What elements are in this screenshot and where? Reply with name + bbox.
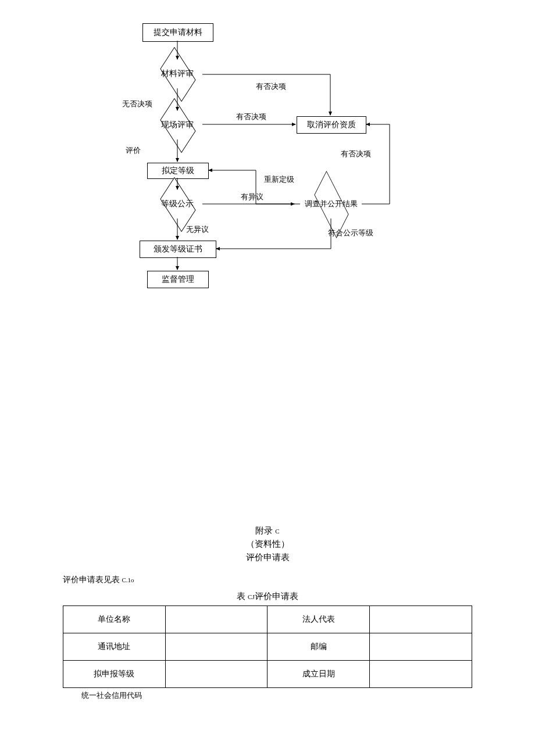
cell-postcode-label: 邮编 — [268, 633, 370, 661]
cell-legal-rep-value — [370, 606, 472, 633]
cell-postcode-value — [370, 633, 472, 661]
appendix-title-1: 附录 C — [0, 525, 535, 536]
node-cancel-qualification: 取消评价资质 — [297, 116, 366, 134]
node-submit-materials: 提交申请材料 — [142, 23, 213, 42]
cell-apply-grade-label: 拟申报等级 — [63, 661, 166, 688]
cell-address-label: 通讯地址 — [63, 633, 166, 661]
flow-arrows — [0, 0, 535, 302]
body-reference-text: 评价申请表见表 C.1o — [63, 575, 535, 585]
edge-has-veto-1: 有否决项 — [256, 81, 286, 92]
cell-unit-name-label: 单位名称 — [63, 606, 166, 633]
appendix-title-2: （资料性） — [0, 539, 535, 550]
edge-has-veto-3: 有否决项 — [341, 149, 371, 159]
table-title: 表 CJ评价申请表 — [0, 591, 535, 602]
cell-found-date-label: 成立日期 — [268, 661, 370, 688]
node-investigate-publish-label: 调查并公开结果 — [290, 195, 372, 213]
flowchart-container: 提交申请材料 材料评审 现场评审 拟定等级 等级公示 颁发等级证书 监督管理 取… — [0, 0, 535, 302]
node-onsite-review-label: 现场评审 — [148, 116, 206, 134]
edge-objection: 有异议 — [241, 192, 263, 202]
node-issue-certificate: 颁发等级证书 — [140, 241, 216, 258]
edge-has-veto-2: 有否决项 — [236, 112, 266, 122]
edge-evaluate: 评价 — [126, 145, 141, 156]
edge-regrade: 重新定级 — [264, 174, 294, 185]
node-material-review-label: 材料评审 — [148, 65, 206, 83]
table-row: 通讯地址 邮编 — [63, 633, 472, 661]
cell-legal-rep-label: 法人代表 — [268, 606, 370, 633]
cell-unit-name-value — [165, 606, 268, 633]
cell-found-date-value — [370, 661, 472, 688]
node-draft-grade: 拟定等级 — [147, 163, 209, 179]
edge-no-objection: 无异议 — [186, 224, 209, 235]
appendix-title-3: 评价申请表 — [0, 552, 535, 563]
cell-apply-grade-value — [165, 661, 268, 688]
edge-no-veto: 无否决项 — [122, 99, 152, 109]
below-table-text: 统一社会信用代码 — [81, 690, 535, 701]
edge-conform-publicity: 符合公示等级 — [328, 228, 373, 238]
cell-address-value — [165, 633, 268, 661]
table-row: 单位名称 法人代表 — [63, 606, 472, 633]
application-form-table: 单位名称 法人代表 通讯地址 邮编 拟申报等级 成立日期 — [63, 605, 472, 688]
node-supervision: 监督管理 — [147, 271, 209, 288]
node-grade-publicity-label: 等级公示 — [148, 195, 206, 213]
table-row: 拟申报等级 成立日期 — [63, 661, 472, 688]
